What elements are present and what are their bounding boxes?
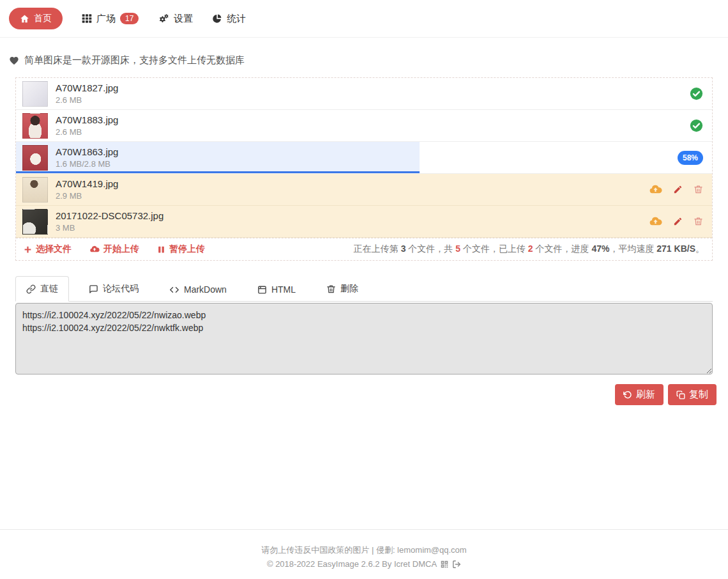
heart-icon bbox=[9, 56, 19, 66]
grid-icon bbox=[82, 13, 92, 24]
file-row-uploading: A70W1863.jpg 1.6 MB/2.8 MB 58% bbox=[16, 142, 712, 174]
link-icon bbox=[26, 284, 36, 294]
upload-file-button[interactable] bbox=[649, 183, 662, 196]
upload-status-text: 正在上传第 3 个文件，共 5 个文件，已上传 2 个文件，进度 47%，平均速… bbox=[354, 243, 704, 255]
plus-icon bbox=[24, 245, 32, 254]
file-info: A70W1419.jpg 2.9 MB bbox=[56, 178, 649, 201]
file-info: A70W1863.jpg 1.6 MB/2.8 MB bbox=[56, 146, 678, 169]
copy-label: 复制 bbox=[689, 389, 708, 401]
cloud-upload-icon bbox=[89, 244, 100, 254]
file-name: A70W1827.jpg bbox=[56, 82, 690, 95]
nav-square-label: 广场 bbox=[96, 13, 116, 25]
file-name: A70W1863.jpg bbox=[56, 146, 678, 158]
footer-copyright: © 2018-2022 EasyImage 2.6.2 By Icret DMC… bbox=[267, 558, 437, 571]
file-row-pending: 20171022-DSC05732.jpg 3 MB bbox=[16, 206, 712, 238]
tab-label: HTML bbox=[271, 284, 296, 295]
file-size: 1.6 MB/2.8 MB bbox=[56, 159, 678, 169]
tab-delete[interactable]: 删除 bbox=[315, 276, 369, 302]
navbar: 首页 广场 17 bbox=[0, 0, 728, 38]
tab-label: 删除 bbox=[340, 283, 358, 295]
footer-policy-line: 请勿上传违反中国政策的图片 | 侵删: lemomim@qq.com bbox=[0, 544, 728, 557]
upload-file-button[interactable] bbox=[649, 215, 662, 228]
edit-file-button[interactable] bbox=[673, 217, 683, 226]
gears-icon bbox=[158, 13, 169, 24]
nav-item-square[interactable]: 广场 17 bbox=[82, 13, 139, 25]
code-icon bbox=[169, 285, 179, 295]
link-format-tabs: 直链 论坛代码 MarkDown HTML 删除 bbox=[15, 276, 713, 302]
tab-markdown[interactable]: MarkDown bbox=[158, 277, 238, 302]
file-thumbnail bbox=[22, 145, 48, 171]
tab-forum-code[interactable]: 论坛代码 bbox=[78, 276, 149, 302]
nav-stats-label: 统计 bbox=[227, 13, 246, 25]
tagline: 简单图床是一款开源图床，支持多文件上传无数据库 bbox=[9, 54, 719, 66]
pause-upload-button[interactable]: 暂停上传 bbox=[157, 243, 205, 255]
comment-icon bbox=[89, 284, 98, 294]
copy-icon bbox=[676, 390, 685, 399]
select-files-label: 选择文件 bbox=[36, 243, 72, 255]
check-circle-icon bbox=[690, 119, 703, 132]
file-thumbnail bbox=[22, 81, 48, 107]
nav-item-settings[interactable]: 设置 bbox=[158, 13, 193, 25]
nav-settings-label: 设置 bbox=[174, 13, 193, 25]
status-progress: 47% bbox=[591, 243, 609, 254]
delete-file-button[interactable] bbox=[694, 185, 703, 194]
file-size: 2.6 MB bbox=[56, 95, 690, 105]
sign-out-icon[interactable] bbox=[452, 560, 461, 569]
house-icon bbox=[20, 14, 29, 24]
link-output-textarea[interactable]: https://i2.100024.xyz/2022/05/22/nwizao.… bbox=[15, 303, 713, 374]
tab-direct-link[interactable]: 直链 bbox=[15, 276, 69, 302]
file-row-pending: A70W1419.jpg 2.9 MB bbox=[16, 174, 712, 206]
file-size: 2.6 MB bbox=[56, 127, 690, 137]
link-output-section: https://i2.100024.xyz/2022/05/22/nwizao.… bbox=[15, 303, 713, 377]
file-size: 3 MB bbox=[56, 223, 649, 233]
square-count-badge: 17 bbox=[120, 13, 139, 24]
tab-label: 论坛代码 bbox=[103, 283, 139, 295]
upload-dropzone[interactable]: A70W1827.jpg 2.6 MB A70W1883.jpg 2.6 MB bbox=[15, 77, 713, 261]
pause-upload-label: 暂停上传 bbox=[169, 243, 205, 255]
nav-home-label: 首页 bbox=[34, 13, 52, 24]
refresh-label: 刷新 bbox=[636, 389, 655, 401]
trash-icon bbox=[326, 284, 336, 294]
pie-chart-icon bbox=[212, 13, 222, 24]
file-name: A70W1883.jpg bbox=[56, 114, 690, 127]
file-name: 20171022-DSC05732.jpg bbox=[56, 210, 649, 222]
check-circle-icon bbox=[690, 87, 703, 100]
delete-file-button[interactable] bbox=[694, 217, 703, 226]
output-buttons: 刷新 复制 bbox=[11, 384, 717, 405]
file-size: 2.9 MB bbox=[56, 191, 649, 201]
tab-label: 直链 bbox=[40, 283, 58, 295]
copy-button[interactable]: 复制 bbox=[668, 384, 717, 405]
tab-label: MarkDown bbox=[184, 284, 227, 295]
status-speed: 271 KB/S bbox=[656, 243, 695, 254]
file-info: 20171022-DSC05732.jpg 3 MB bbox=[56, 210, 649, 233]
file-thumbnail bbox=[22, 113, 48, 139]
tagline-text: 简单图床是一款开源图床，支持多文件上传无数据库 bbox=[24, 54, 245, 66]
edit-file-button[interactable] bbox=[673, 185, 683, 194]
refresh-button[interactable]: 刷新 bbox=[615, 384, 664, 405]
start-upload-button[interactable]: 开始上传 bbox=[89, 243, 139, 255]
nav-item-stats[interactable]: 统计 bbox=[212, 13, 246, 25]
page: 首页 广场 17 bbox=[0, 0, 728, 579]
footer: 请勿上传违反中国政策的图片 | 侵删: lemomim@qq.com © 201… bbox=[0, 529, 728, 579]
tab-html[interactable]: HTML bbox=[246, 277, 307, 302]
select-files-button[interactable]: 选择文件 bbox=[24, 243, 72, 255]
start-upload-label: 开始上传 bbox=[103, 243, 139, 255]
nav-item-home[interactable]: 首页 bbox=[9, 8, 63, 29]
refresh-icon bbox=[623, 390, 632, 399]
file-row: A70W1827.jpg 2.6 MB bbox=[16, 78, 712, 110]
qr-code-icon[interactable] bbox=[440, 560, 449, 569]
pause-icon bbox=[157, 245, 165, 254]
file-info: A70W1883.jpg 2.6 MB bbox=[56, 114, 690, 137]
progress-badge: 58% bbox=[678, 151, 703, 165]
status-done-files: 2 bbox=[528, 243, 533, 254]
html-window-icon bbox=[257, 285, 267, 295]
file-thumbnail bbox=[22, 209, 48, 235]
status-total-files: 5 bbox=[455, 243, 460, 254]
file-row: A70W1883.jpg 2.6 MB bbox=[16, 110, 712, 142]
file-thumbnail bbox=[22, 177, 48, 203]
file-info: A70W1827.jpg 2.6 MB bbox=[56, 82, 690, 105]
file-name: A70W1419.jpg bbox=[56, 178, 649, 190]
upload-action-bar: 选择文件 开始上传 暂停上传 正在上传第 3 个文件，共 5 个文件，已上传 2… bbox=[16, 238, 712, 260]
